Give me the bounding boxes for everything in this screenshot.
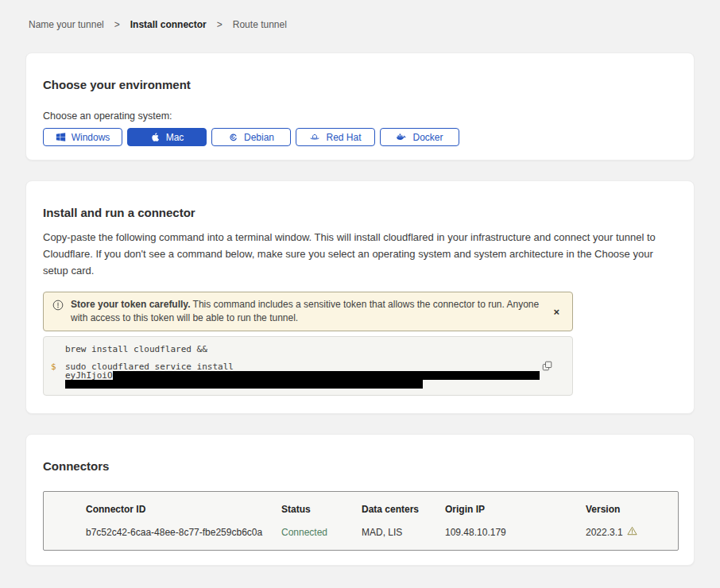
token-prefix: eyJhIjoiO — [65, 371, 113, 380]
install-connector-card: Install and run a connector Copy-paste t… — [25, 180, 695, 414]
version-value: 2022.3.1 — [586, 527, 623, 538]
docker-icon — [396, 132, 407, 142]
os-button-group: Windows Mac Debian Red Hat — [43, 128, 677, 146]
shell-prompt: $ — [51, 362, 56, 371]
connectors-table: Connector ID Status Data centers Origin … — [43, 491, 679, 551]
origin-ip-value: 109.48.10.179 — [445, 527, 586, 538]
warning-title: Store your token carefully. — [71, 299, 191, 310]
breadcrumb-separator: > — [114, 19, 120, 30]
breadcrumb-step-route-tunnel[interactable]: Route tunnel — [233, 19, 287, 30]
debian-icon — [228, 132, 238, 142]
os-select-label: Choose an operating system: — [43, 110, 677, 122]
os-button-redhat[interactable]: Red Hat — [296, 128, 375, 146]
redacted-token-bar — [113, 371, 540, 380]
redhat-icon — [309, 132, 320, 142]
card-title: Choose your environment — [43, 78, 677, 91]
data-centers-value: MAD, LIS — [362, 527, 445, 538]
os-button-debian[interactable]: Debian — [211, 128, 291, 146]
choose-environment-card: Choose your environment Choose an operat… — [25, 52, 695, 161]
close-icon[interactable]: × — [548, 307, 564, 317]
column-header-status: Status — [281, 504, 362, 515]
version-cell: 2022.3.1 — [586, 526, 665, 538]
warning-message: Store your token carefully. This command… — [71, 298, 541, 325]
alert-circle-icon — [52, 300, 64, 325]
os-button-label: Red Hat — [326, 132, 361, 143]
column-header-origin-ip: Origin IP — [445, 504, 586, 515]
connectors-card: Connectors Connector ID Status Data cent… — [25, 434, 695, 566]
command-line-2: sudo cloudflared service install — [44, 362, 572, 371]
command-line-1: brew install cloudflared && — [44, 345, 572, 354]
card-title: Connectors — [43, 459, 677, 473]
os-button-label: Windows — [72, 132, 110, 143]
status-badge: Connected — [281, 527, 362, 538]
copy-icon[interactable] — [540, 359, 554, 375]
column-header-connector-id: Connector ID — [86, 504, 281, 515]
os-button-docker[interactable]: Docker — [380, 128, 459, 146]
windows-icon — [56, 132, 66, 142]
os-button-label: Docker — [412, 132, 443, 143]
breadcrumb-separator: > — [217, 19, 223, 30]
column-header-version: Version — [586, 504, 665, 515]
card-title: Install and run a connector — [43, 206, 677, 219]
install-description: Copy-paste the following command into a … — [43, 229, 677, 279]
command-line-token: eyJhIjoiO — [44, 371, 572, 380]
command-line-token-2 — [44, 380, 572, 389]
column-header-data-centers: Data centers — [362, 504, 445, 515]
terminal-command-block: $ brew install cloudflared && sudo cloud… — [43, 336, 573, 396]
os-button-label: Mac — [166, 132, 184, 143]
breadcrumb: Name your tunnel > Install connector > R… — [25, 0, 695, 52]
os-button-windows[interactable]: Windows — [43, 128, 122, 146]
os-button-label: Debian — [244, 132, 274, 143]
connector-id-value: b7c52c42-6caa-48ee-8c77-fbe259cb6c0a — [86, 527, 281, 538]
warning-triangle-icon — [627, 526, 637, 538]
token-warning-banner: Store your token carefully. This command… — [43, 292, 573, 331]
apple-icon — [150, 132, 161, 142]
breadcrumb-step-name-your-tunnel[interactable]: Name your tunnel — [29, 19, 104, 30]
connector-row: b7c52c42-6caa-48ee-8c77-fbe259cb6c0a Con… — [86, 526, 665, 538]
os-button-mac[interactable]: Mac — [127, 128, 207, 146]
breadcrumb-step-install-connector[interactable]: Install connector — [130, 19, 207, 30]
table-header-row: Connector ID Status Data centers Origin … — [86, 504, 665, 515]
tunnel-setup-page: Name your tunnel > Install connector > R… — [0, 0, 720, 588]
redacted-token-bar — [65, 380, 423, 389]
